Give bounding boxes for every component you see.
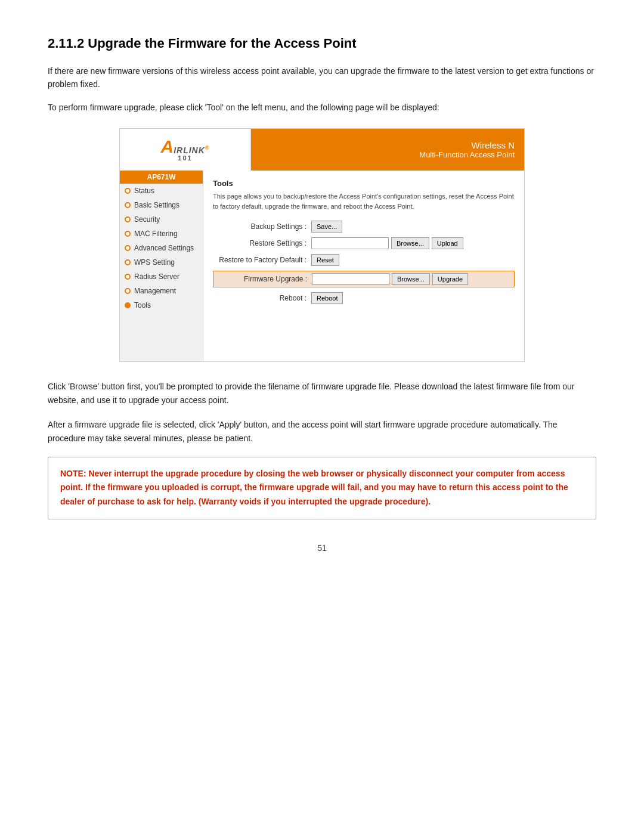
router-main-content: Tools This page allows you to backup/res…: [203, 171, 524, 361]
router-sidebar: AP671W Status Basic Settings Security MA…: [120, 171, 203, 361]
firmware-upgrade-label: Firmware Upgrade :: [213, 275, 312, 283]
page-number: 51: [48, 543, 596, 553]
sidebar-item-management[interactable]: Management: [120, 284, 203, 298]
restore-settings-row: Restore Settings : Browse... Upload: [213, 237, 515, 249]
backup-settings-controls: Save...: [311, 221, 342, 233]
sidebar-bullet: [125, 202, 131, 208]
sidebar-label: Status: [134, 187, 154, 195]
restore-settings-label: Restore Settings :: [213, 239, 311, 247]
router-ui-screenshot: A IRLINK® 101 Wireless N Multi-Function …: [119, 128, 525, 362]
page-title: 2.11.2 Upgrade the Firmware for the Acce…: [48, 36, 596, 51]
firmware-upgrade-controls: Browse... Upgrade: [312, 273, 468, 285]
sidebar-label: MAC Filtering: [134, 230, 178, 238]
firmware-file-input[interactable]: [312, 273, 389, 285]
sidebar-item-wps-setting[interactable]: WPS Setting: [120, 255, 203, 270]
note-text: NOTE: Never interrupt the upgrade proced…: [60, 467, 584, 509]
sidebar-item-basic-settings[interactable]: Basic Settings: [120, 198, 203, 212]
tools-section-title: Tools: [213, 179, 515, 188]
logo-a-char: A: [161, 138, 174, 156]
backup-settings-label: Backup Settings :: [213, 222, 311, 231]
sidebar-label: Advanced Settings: [134, 244, 194, 252]
sidebar-label: Tools: [134, 301, 151, 309]
factory-default-controls: Reset: [311, 254, 339, 266]
firmware-upgrade-row: Firmware Upgrade : Browse... Upgrade: [213, 271, 515, 287]
sidebar-bullet: [125, 231, 131, 237]
router-logo: A IRLINK® 101: [120, 129, 251, 171]
sidebar-label: Security: [134, 215, 160, 224]
sidebar-bullet: [125, 245, 131, 251]
logo-sub: 101: [178, 154, 192, 162]
router-header: A IRLINK® 101 Wireless N Multi-Function …: [120, 129, 524, 171]
reboot-button[interactable]: Reboot: [311, 292, 343, 304]
sidebar-item-tools[interactable]: Tools: [120, 298, 203, 312]
intro-paragraph-2: To perform firmware upgrade, please clic…: [48, 101, 596, 114]
router-body: AP671W Status Basic Settings Security MA…: [120, 171, 524, 361]
sidebar-label: Radius Server: [134, 272, 179, 281]
factory-default-label: Restore to Factory Default :: [213, 256, 311, 264]
save-button[interactable]: Save...: [311, 221, 342, 233]
sidebar-item-radius-server[interactable]: Radius Server: [120, 270, 203, 284]
body-paragraph-1: Click 'Browse' button first, you'll be p…: [48, 380, 596, 407]
body-paragraph-2: After a firmware upgrade file is selecte…: [48, 418, 596, 445]
upgrade-button[interactable]: Upgrade: [432, 273, 468, 285]
logo-irlink-char: IRLINK®: [174, 145, 209, 155]
sidebar-bullet: [125, 188, 131, 194]
sidebar-bullet: [125, 216, 131, 222]
sidebar-bullet: [125, 274, 131, 280]
tools-form: Backup Settings : Save... Restore Settin…: [213, 221, 515, 304]
reboot-controls: Reboot: [311, 292, 343, 304]
sidebar-item-mac-filtering[interactable]: MAC Filtering: [120, 227, 203, 241]
upload-button[interactable]: Upload: [432, 237, 463, 249]
router-header-line1: Wireless N: [471, 140, 515, 150]
restore-file-input[interactable]: [311, 237, 389, 249]
router-title-area: Wireless N Multi-Function Access Point: [251, 129, 524, 171]
note-box: NOTE: Never interrupt the upgrade proced…: [48, 457, 596, 519]
sidebar-label: Basic Settings: [134, 201, 179, 209]
restore-settings-controls: Browse... Upload: [311, 237, 463, 249]
factory-default-row: Restore to Factory Default : Reset: [213, 254, 515, 266]
sidebar-item-security[interactable]: Security: [120, 212, 203, 227]
sidebar-item-advanced-settings[interactable]: Advanced Settings: [120, 241, 203, 255]
sidebar-item-status[interactable]: Status: [120, 184, 203, 198]
sidebar-label: WPS Setting: [134, 258, 175, 267]
reboot-row: Reboot : Reboot: [213, 292, 515, 304]
restore-browse-button[interactable]: Browse...: [391, 237, 429, 249]
backup-settings-row: Backup Settings : Save...: [213, 221, 515, 233]
reboot-label: Reboot :: [213, 294, 311, 302]
firmware-browse-button[interactable]: Browse...: [392, 273, 430, 285]
tools-description: This page allows you to backup/restore t…: [213, 191, 515, 211]
intro-paragraph-1: If there are new firmware versions of th…: [48, 64, 596, 91]
reset-button[interactable]: Reset: [311, 254, 339, 266]
sidebar-bullet: [125, 288, 131, 294]
sidebar-label: Management: [134, 287, 176, 295]
sidebar-bullet-active: [125, 302, 131, 308]
device-label: AP671W: [120, 171, 203, 184]
router-header-line2: Multi-Function Access Point: [419, 150, 515, 159]
sidebar-bullet: [125, 259, 131, 265]
